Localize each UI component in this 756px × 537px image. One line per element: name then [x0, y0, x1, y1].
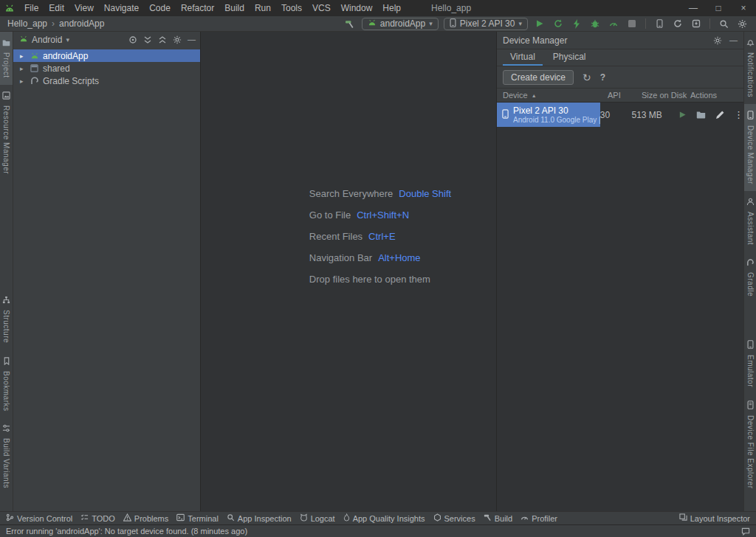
tool-button-bookmarks[interactable]: Bookmarks: [0, 350, 13, 418]
menu-run[interactable]: Run: [250, 0, 276, 16]
device-mirroring-icon[interactable]: [653, 17, 666, 30]
tool-button-services[interactable]: Services: [433, 513, 475, 523]
shortcut-keys: Alt+Home: [378, 252, 420, 264]
menu-build[interactable]: Build: [219, 0, 250, 16]
toolbar-separator: [645, 18, 646, 29]
tool-button-label: App Quality Insights: [353, 514, 425, 523]
menu-help[interactable]: Help: [377, 0, 406, 16]
status-bar: Error running 'androidApp': No target de…: [0, 524, 756, 537]
project-view-select[interactable]: Android ▾: [19, 35, 69, 45]
tool-button-version-control[interactable]: Version Control: [6, 513, 72, 523]
device-manager-icon: [747, 111, 754, 122]
shortcut-keys: Ctrl+Shift+N: [357, 209, 409, 221]
search-everywhere-icon[interactable]: [717, 17, 730, 30]
column-device[interactable]: Device ▲: [497, 91, 608, 100]
minimize-button[interactable]: —: [681, 0, 706, 16]
hide-panel-icon[interactable]: —: [188, 35, 196, 44]
tool-button-app-inspection[interactable]: App Inspection: [227, 513, 292, 523]
module-icon: [30, 64, 39, 72]
tool-button-emulator[interactable]: Emulator: [744, 333, 756, 394]
settings-gear-icon[interactable]: [173, 35, 182, 44]
tool-button-label: Terminal: [188, 514, 219, 523]
settings-gear-icon[interactable]: [735, 17, 749, 30]
tool-button-layout-inspector[interactable]: Layout Inspector: [679, 513, 750, 523]
tool-button-profiler[interactable]: Profiler: [520, 513, 557, 523]
help-icon[interactable]: ?: [600, 72, 605, 83]
tool-button-build[interactable]: Build: [484, 513, 512, 523]
sdk-manager-icon[interactable]: [690, 17, 703, 30]
run-configuration-select[interactable]: androidApp ▾: [362, 18, 439, 30]
apply-changes-icon[interactable]: [551, 17, 565, 30]
tool-button-gradle[interactable]: Gradle: [744, 252, 756, 303]
drop-hint: Drop files here to open them: [309, 273, 430, 285]
tab-virtual[interactable]: Virtual: [503, 49, 543, 66]
tool-button-label: Build: [495, 514, 512, 523]
select-opened-file-icon[interactable]: [128, 35, 137, 44]
tree-item-androidapp[interactable]: ▸ androidApp: [13, 49, 200, 62]
refresh-icon[interactable]: ↻: [583, 72, 591, 83]
menu-refactor[interactable]: Refactor: [176, 0, 219, 16]
tool-button-app-quality-insights[interactable]: App Quality Insights: [343, 513, 425, 523]
tool-button-terminal[interactable]: Terminal: [176, 513, 219, 523]
collapse-all-icon[interactable]: [158, 35, 167, 44]
edit-device-icon[interactable]: [715, 111, 724, 119]
tool-button-structure[interactable]: Structure: [0, 289, 13, 350]
android-module-icon: [368, 18, 377, 29]
tree-item-gradle-scripts[interactable]: ▸ Gradle Scripts: [13, 75, 200, 87]
device-name-block: Pixel 2 API 30 Android 11.0 Google Play …: [513, 105, 600, 124]
stop-button[interactable]: [625, 17, 639, 30]
chevron-right-icon[interactable]: ▸: [20, 65, 26, 72]
tool-button-label: Structure: [2, 310, 10, 343]
open-folder-icon[interactable]: [696, 111, 706, 119]
device-cell[interactable]: Pixel 2 API 30 Android 11.0 Google Play …: [497, 103, 600, 127]
more-actions-icon[interactable]: ⋮: [734, 109, 743, 120]
settings-gear-icon[interactable]: [713, 36, 722, 45]
tool-button-problems[interactable]: Problems: [123, 513, 168, 523]
column-api[interactable]: API: [608, 91, 642, 100]
menu-view[interactable]: View: [69, 0, 99, 16]
expand-all-icon[interactable]: [143, 35, 152, 44]
right-tool-strip: Notifications Device Manager Assistant G…: [743, 32, 756, 511]
create-device-button[interactable]: Create device: [503, 70, 574, 85]
chevron-right-icon[interactable]: ▸: [20, 77, 26, 85]
editor-empty-state: Search Everywhere Double Shift Go to Fil…: [309, 187, 451, 294]
run-button[interactable]: [533, 17, 546, 30]
breadcrumb-project[interactable]: Hello_app: [7, 18, 47, 29]
device-select[interactable]: Pixel 2 API 30 ▾: [444, 18, 528, 30]
menu-vcs[interactable]: VCS: [307, 0, 336, 16]
debug-button[interactable]: [588, 17, 602, 30]
breadcrumb-module[interactable]: androidApp: [59, 18, 104, 29]
menu-file[interactable]: File: [19, 0, 44, 16]
apply-code-changes-icon[interactable]: [570, 17, 583, 30]
tool-button-todo[interactable]: TODO: [80, 513, 115, 523]
build-hammer-icon[interactable]: [343, 17, 357, 30]
menu-window[interactable]: Window: [336, 0, 378, 16]
chevron-right-icon[interactable]: ▸: [20, 52, 26, 60]
launch-device-icon[interactable]: [678, 111, 687, 119]
profile-button[interactable]: [607, 17, 620, 30]
menu-edit[interactable]: Edit: [44, 0, 69, 16]
tool-button-device-manager[interactable]: Device Manager: [744, 104, 756, 191]
tool-button-notifications[interactable]: Notifications: [744, 32, 756, 104]
close-button[interactable]: ×: [731, 0, 756, 16]
event-log-icon[interactable]: [741, 527, 750, 536]
tool-button-device-file-explorer[interactable]: Device File Explorer: [744, 394, 756, 495]
tool-button-build-variants[interactable]: Build Variants: [0, 418, 13, 495]
tool-button-project[interactable]: Project: [0, 32, 13, 85]
tool-button-resource-manager[interactable]: Resource Manager: [0, 85, 13, 181]
tree-item-label: androidApp: [43, 51, 88, 61]
menu-code[interactable]: Code: [144, 0, 176, 16]
tool-button-assistant[interactable]: Assistant: [744, 191, 756, 252]
column-size-on-disk[interactable]: Size on Disk: [642, 91, 687, 100]
device-table-row[interactable]: Pixel 2 API 30 Android 11.0 Google Play …: [497, 103, 743, 127]
status-message[interactable]: Error running 'androidApp': No target de…: [6, 527, 247, 536]
tree-item-shared[interactable]: ▸ shared: [13, 62, 200, 75]
tab-physical[interactable]: Physical: [546, 49, 594, 66]
maximize-button[interactable]: □: [706, 0, 731, 16]
tool-button-label: Profiler: [532, 514, 557, 523]
tool-button-logcat[interactable]: Logcat: [300, 513, 335, 523]
sync-project-icon[interactable]: [671, 17, 684, 30]
menu-tools[interactable]: Tools: [276, 0, 307, 16]
hide-panel-icon[interactable]: —: [729, 36, 738, 44]
menu-navigate[interactable]: Navigate: [99, 0, 144, 16]
